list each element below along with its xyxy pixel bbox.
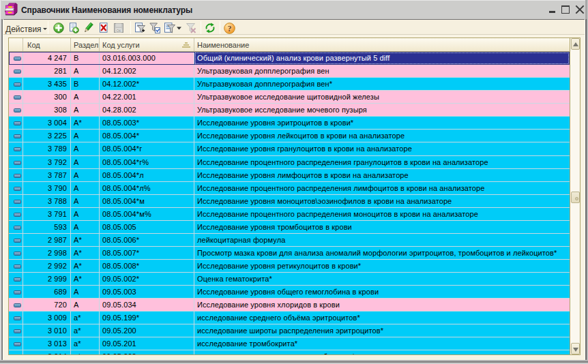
svg-text:ОК: ОК	[117, 29, 121, 33]
svg-text:?: ?	[228, 24, 232, 33]
